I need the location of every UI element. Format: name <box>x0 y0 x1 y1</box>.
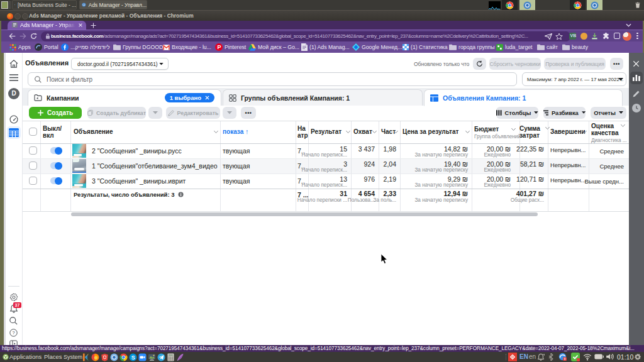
svg-text:?: ? <box>12 330 14 336</box>
svg-text:P: P <box>217 44 221 50</box>
